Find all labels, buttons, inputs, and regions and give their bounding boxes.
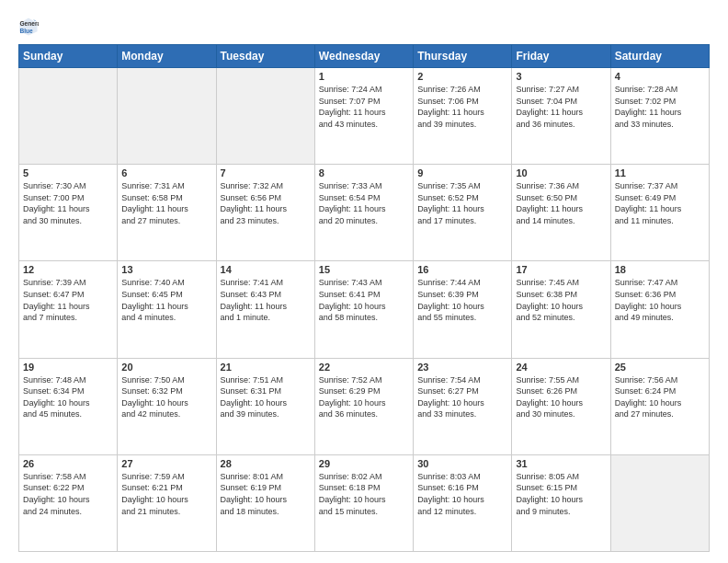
day-number: 8 xyxy=(319,167,409,178)
day-info: Sunrise: 7:45 AM Sunset: 6:38 PM Dayligh… xyxy=(516,277,606,323)
day-info: Sunrise: 7:37 AM Sunset: 6:49 PM Dayligh… xyxy=(615,180,705,226)
calendar-cell xyxy=(118,68,216,165)
calendar-cell: 31Sunrise: 8:05 AM Sunset: 6:15 PM Dayli… xyxy=(512,454,610,551)
day-number: 6 xyxy=(121,167,211,178)
day-info: Sunrise: 7:39 AM Sunset: 6:47 PM Dayligh… xyxy=(23,277,113,323)
day-number: 21 xyxy=(221,362,311,373)
col-header-sunday: Sunday xyxy=(19,45,118,68)
svg-text:General: General xyxy=(19,20,39,27)
day-info: Sunrise: 7:40 AM Sunset: 6:45 PM Dayligh… xyxy=(121,277,211,323)
calendar-cell: 15Sunrise: 7:43 AM Sunset: 6:41 PM Dayli… xyxy=(314,261,413,358)
day-info: Sunrise: 7:41 AM Sunset: 6:43 PM Dayligh… xyxy=(221,277,311,323)
day-number: 10 xyxy=(516,167,606,178)
calendar-cell: 30Sunrise: 8:03 AM Sunset: 6:16 PM Dayli… xyxy=(414,454,512,551)
day-info: Sunrise: 8:03 AM Sunset: 6:16 PM Dayligh… xyxy=(417,471,507,517)
col-header-saturday: Saturday xyxy=(610,45,709,68)
calendar-cell: 20Sunrise: 7:50 AM Sunset: 6:32 PM Dayli… xyxy=(118,358,216,454)
day-info: Sunrise: 7:43 AM Sunset: 6:41 PM Dayligh… xyxy=(319,277,409,323)
day-number: 7 xyxy=(221,167,311,178)
day-number: 29 xyxy=(319,458,409,469)
day-info: Sunrise: 7:55 AM Sunset: 6:26 PM Dayligh… xyxy=(516,374,606,420)
col-header-thursday: Thursday xyxy=(414,45,512,68)
calendar-cell: 7Sunrise: 7:32 AM Sunset: 6:56 PM Daylig… xyxy=(216,165,314,261)
calendar-cell: 28Sunrise: 8:01 AM Sunset: 6:19 PM Dayli… xyxy=(216,454,314,551)
calendar-cell: 14Sunrise: 7:41 AM Sunset: 6:43 PM Dayli… xyxy=(216,261,314,358)
calendar-cell xyxy=(610,454,709,551)
col-header-tuesday: Tuesday xyxy=(216,45,314,68)
calendar-cell: 18Sunrise: 7:47 AM Sunset: 6:36 PM Dayli… xyxy=(610,261,709,358)
calendar-week-1: 5Sunrise: 7:30 AM Sunset: 7:00 PM Daylig… xyxy=(19,165,710,261)
calendar-cell: 1Sunrise: 7:24 AM Sunset: 7:07 PM Daylig… xyxy=(314,68,413,165)
calendar-cell: 24Sunrise: 7:55 AM Sunset: 6:26 PM Dayli… xyxy=(512,358,610,454)
day-number: 16 xyxy=(417,264,507,275)
day-info: Sunrise: 8:05 AM Sunset: 6:15 PM Dayligh… xyxy=(516,471,606,517)
svg-text:Blue: Blue xyxy=(19,28,33,34)
day-number: 26 xyxy=(23,458,113,469)
day-number: 4 xyxy=(615,71,705,82)
day-number: 17 xyxy=(516,264,606,275)
day-info: Sunrise: 7:31 AM Sunset: 6:58 PM Dayligh… xyxy=(121,180,211,226)
calendar-week-4: 26Sunrise: 7:58 AM Sunset: 6:22 PM Dayli… xyxy=(19,454,710,551)
calendar-cell: 26Sunrise: 7:58 AM Sunset: 6:22 PM Dayli… xyxy=(19,454,118,551)
calendar-week-0: 1Sunrise: 7:24 AM Sunset: 7:07 PM Daylig… xyxy=(19,68,710,165)
day-info: Sunrise: 7:24 AM Sunset: 7:07 PM Dayligh… xyxy=(319,84,409,130)
day-number: 30 xyxy=(417,458,507,469)
calendar-cell: 27Sunrise: 7:59 AM Sunset: 6:21 PM Dayli… xyxy=(118,454,216,551)
calendar-cell: 13Sunrise: 7:40 AM Sunset: 6:45 PM Dayli… xyxy=(118,261,216,358)
day-info: Sunrise: 7:58 AM Sunset: 6:22 PM Dayligh… xyxy=(23,471,113,517)
calendar-cell: 17Sunrise: 7:45 AM Sunset: 6:38 PM Dayli… xyxy=(512,261,610,358)
day-info: Sunrise: 7:48 AM Sunset: 6:34 PM Dayligh… xyxy=(23,374,113,420)
day-number: 24 xyxy=(516,362,606,373)
day-info: Sunrise: 7:44 AM Sunset: 6:39 PM Dayligh… xyxy=(417,277,507,323)
logo: General Blue xyxy=(18,17,42,37)
calendar-header-row: SundayMondayTuesdayWednesdayThursdayFrid… xyxy=(19,45,710,68)
day-info: Sunrise: 7:59 AM Sunset: 6:21 PM Dayligh… xyxy=(121,471,211,517)
day-number: 25 xyxy=(615,362,705,373)
day-info: Sunrise: 7:28 AM Sunset: 7:02 PM Dayligh… xyxy=(615,84,705,130)
calendar-cell: 2Sunrise: 7:26 AM Sunset: 7:06 PM Daylig… xyxy=(414,68,512,165)
day-info: Sunrise: 7:47 AM Sunset: 6:36 PM Dayligh… xyxy=(615,277,705,323)
day-info: Sunrise: 8:01 AM Sunset: 6:19 PM Dayligh… xyxy=(221,471,311,517)
header: General Blue xyxy=(18,17,710,37)
calendar-cell: 23Sunrise: 7:54 AM Sunset: 6:27 PM Dayli… xyxy=(414,358,512,454)
day-number: 15 xyxy=(319,264,409,275)
day-info: Sunrise: 7:35 AM Sunset: 6:52 PM Dayligh… xyxy=(417,180,507,226)
day-number: 28 xyxy=(221,458,311,469)
calendar-cell: 5Sunrise: 7:30 AM Sunset: 7:00 PM Daylig… xyxy=(19,165,118,261)
day-info: Sunrise: 7:27 AM Sunset: 7:04 PM Dayligh… xyxy=(516,84,606,130)
day-number: 3 xyxy=(516,71,606,82)
day-info: Sunrise: 7:30 AM Sunset: 7:00 PM Dayligh… xyxy=(23,180,113,226)
day-number: 23 xyxy=(417,362,507,373)
calendar-table: SundayMondayTuesdayWednesdayThursdayFrid… xyxy=(18,44,710,552)
day-number: 9 xyxy=(417,167,507,178)
day-number: 13 xyxy=(121,264,211,275)
day-info: Sunrise: 7:36 AM Sunset: 6:50 PM Dayligh… xyxy=(516,180,606,226)
day-number: 27 xyxy=(121,458,211,469)
day-info: Sunrise: 7:51 AM Sunset: 6:31 PM Dayligh… xyxy=(221,374,311,420)
generalblue-icon: General Blue xyxy=(18,17,39,37)
calendar-week-2: 12Sunrise: 7:39 AM Sunset: 6:47 PM Dayli… xyxy=(19,261,710,358)
calendar-cell: 9Sunrise: 7:35 AM Sunset: 6:52 PM Daylig… xyxy=(414,165,512,261)
day-number: 19 xyxy=(23,362,113,373)
day-number: 14 xyxy=(221,264,311,275)
day-info: Sunrise: 8:02 AM Sunset: 6:18 PM Dayligh… xyxy=(319,471,409,517)
col-header-wednesday: Wednesday xyxy=(314,45,413,68)
calendar-cell: 21Sunrise: 7:51 AM Sunset: 6:31 PM Dayli… xyxy=(216,358,314,454)
calendar-cell: 4Sunrise: 7:28 AM Sunset: 7:02 PM Daylig… xyxy=(610,68,709,165)
calendar-cell: 29Sunrise: 8:02 AM Sunset: 6:18 PM Dayli… xyxy=(314,454,413,551)
day-number: 20 xyxy=(121,362,211,373)
day-number: 1 xyxy=(319,71,409,82)
day-info: Sunrise: 7:52 AM Sunset: 6:29 PM Dayligh… xyxy=(319,374,409,420)
calendar-cell: 6Sunrise: 7:31 AM Sunset: 6:58 PM Daylig… xyxy=(118,165,216,261)
calendar-cell: 11Sunrise: 7:37 AM Sunset: 6:49 PM Dayli… xyxy=(610,165,709,261)
day-number: 22 xyxy=(319,362,409,373)
calendar-cell: 22Sunrise: 7:52 AM Sunset: 6:29 PM Dayli… xyxy=(314,358,413,454)
calendar-cell xyxy=(216,68,314,165)
day-number: 5 xyxy=(23,167,113,178)
calendar-cell: 8Sunrise: 7:33 AM Sunset: 6:54 PM Daylig… xyxy=(314,165,413,261)
day-number: 12 xyxy=(23,264,113,275)
day-info: Sunrise: 7:26 AM Sunset: 7:06 PM Dayligh… xyxy=(417,84,507,130)
day-info: Sunrise: 7:54 AM Sunset: 6:27 PM Dayligh… xyxy=(417,374,507,420)
day-info: Sunrise: 7:50 AM Sunset: 6:32 PM Dayligh… xyxy=(121,374,211,420)
calendar-cell: 10Sunrise: 7:36 AM Sunset: 6:50 PM Dayli… xyxy=(512,165,610,261)
